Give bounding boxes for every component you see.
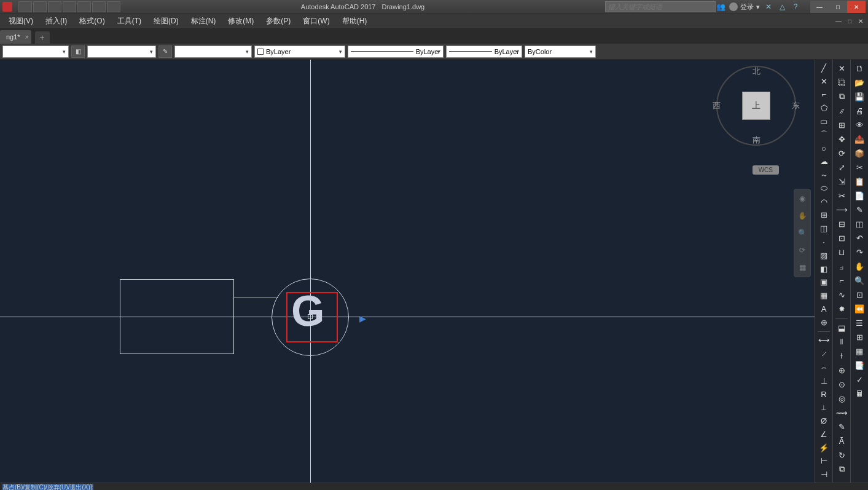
- tool-sheetset[interactable]: 📑: [853, 359, 866, 371]
- window-minimize-button[interactable]: —: [810, 1, 829, 13]
- tool-zoom-win[interactable]: ⊡: [853, 288, 866, 301]
- viewcube[interactable]: 上 北 南 东 西: [716, 66, 796, 146]
- tool-new[interactable]: 🗋: [853, 62, 866, 74]
- tool-copy[interactable]: ⿻: [835, 76, 848, 89]
- drawn-rectangle[interactable]: [120, 279, 234, 354]
- tool-rotate[interactable]: ⟳: [835, 147, 848, 159]
- tool-dim-jogged[interactable]: ⟂: [817, 401, 831, 413]
- mdi-minimize[interactable]: —: [834, 17, 843, 26]
- layer-state-combo[interactable]: [2, 45, 69, 58]
- search-input[interactable]: [605, 1, 716, 12]
- tool-cut[interactable]: ✂: [853, 161, 866, 173]
- tool-plot[interactable]: 🖨: [853, 105, 866, 117]
- tool-rectangle[interactable]: ▭: [817, 116, 831, 127]
- tool-undo[interactable]: ↶: [853, 232, 866, 244]
- viewcube-south[interactable]: 南: [753, 135, 760, 146]
- tool-tolerance[interactable]: ⊕: [835, 364, 848, 376]
- lineweight-combo[interactable]: ByLayer: [446, 45, 522, 58]
- tool-clipboard-copy[interactable]: 📋: [853, 175, 866, 188]
- tool-designcenter[interactable]: ⊞: [853, 331, 866, 343]
- tool-scale[interactable]: ⤢: [835, 161, 848, 173]
- tool-line[interactable]: ╱: [817, 62, 831, 74]
- tool-mtext[interactable]: A: [817, 303, 831, 315]
- tool-trim[interactable]: ✂: [835, 189, 848, 202]
- tool-dim-space[interactable]: ⫴: [835, 336, 848, 348]
- tool-insert[interactable]: ⊞: [817, 210, 831, 221]
- tool-preview[interactable]: 👁: [853, 119, 866, 131]
- tool-break[interactable]: ⊡: [835, 232, 848, 244]
- linetype-combo[interactable]: ByLayer: [348, 45, 444, 58]
- tool-blend[interactable]: ∿: [835, 288, 848, 301]
- tool-stretch[interactable]: ⇲: [835, 175, 848, 188]
- tool-array[interactable]: ⊞: [835, 119, 848, 131]
- tool-dim-tedit[interactable]: Ā: [835, 435, 848, 447]
- app-icon[interactable]: [2, 2, 12, 12]
- tool-dim-diameter[interactable]: Ø: [817, 415, 831, 427]
- tool-draworder[interactable]: ⬓: [835, 322, 848, 334]
- tool-dim-radius[interactable]: R: [817, 389, 831, 400]
- nav-orbit-button[interactable]: ⟳: [796, 243, 809, 257]
- tool-dim-edit[interactable]: ✎: [835, 421, 848, 433]
- object-color-combo[interactable]: [174, 45, 252, 58]
- menu-insert[interactable]: 插入(I): [39, 14, 73, 29]
- qat-plot[interactable]: [92, 1, 106, 12]
- menu-modify[interactable]: 修改(M): [222, 14, 260, 29]
- tool-properties[interactable]: ☰: [853, 317, 866, 329]
- qat-open[interactable]: [33, 1, 47, 12]
- tool-ellipsearc[interactable]: ◠: [817, 196, 831, 208]
- tool-dim-quick[interactable]: ⚡: [817, 442, 831, 454]
- tool-blockeditor[interactable]: ◫: [853, 218, 866, 230]
- tab-close-icon[interactable]: ×: [25, 34, 29, 41]
- doc-tab-active[interactable]: ng1* ×: [0, 30, 31, 44]
- viewcube-west[interactable]: 西: [713, 100, 721, 111]
- mdi-close[interactable]: ✕: [856, 17, 866, 26]
- tool-inspect[interactable]: ◎: [835, 392, 848, 405]
- tool-join[interactable]: ⊔: [835, 246, 848, 258]
- command-line[interactable]: 基点(B)/复制(C)/放弃(U)/退出(X)]:: [0, 483, 868, 490]
- menu-tools[interactable]: 工具(T): [111, 14, 147, 29]
- tool-revcloud[interactable]: ☁: [817, 156, 831, 167]
- window-maximize-button[interactable]: □: [829, 1, 847, 13]
- tool-dim-baseline[interactable]: ⊢: [817, 456, 831, 467]
- tool-3ddwf[interactable]: 📦: [853, 147, 866, 159]
- tool-dim-ordinate[interactable]: ⊥: [817, 375, 831, 387]
- window-close-button[interactable]: ✕: [847, 1, 866, 13]
- tool-polygon[interactable]: ⬠: [817, 102, 831, 114]
- signin-button[interactable]: 登录 ▾: [729, 2, 760, 12]
- nav-zoom-button[interactable]: 🔍: [796, 226, 809, 240]
- bylayer-color-combo[interactable]: ByLayer: [254, 45, 345, 58]
- tool-erase[interactable]: ✕: [835, 62, 848, 74]
- tool-chamfer[interactable]: ⟓: [835, 260, 848, 272]
- menu-format[interactable]: 格式(O): [73, 14, 111, 29]
- tool-point[interactable]: ·: [817, 236, 831, 248]
- tool-center-mark[interactable]: ⊙: [835, 378, 848, 390]
- tool-addselected[interactable]: ⊕: [817, 317, 831, 328]
- viewcube-north[interactable]: 北: [753, 66, 760, 77]
- tool-spline[interactable]: ～: [817, 169, 831, 181]
- drawing-canvas[interactable]: G ▶ 上 北 南 东 西 WCS ◉ ✋ 🔍 ⟳ ▦: [0, 60, 815, 483]
- tool-dim-update[interactable]: ↻: [835, 449, 848, 461]
- tool-polyline[interactable]: ⌐: [817, 89, 831, 101]
- layer-prev-button[interactable]: ◧: [71, 45, 85, 58]
- tool-explode[interactable]: ✸: [835, 302, 848, 315]
- menu-view[interactable]: 视图(V): [2, 14, 39, 29]
- tool-paste[interactable]: 📄: [853, 189, 866, 202]
- tool-region[interactable]: ▣: [817, 277, 831, 288]
- match-props-button[interactable]: ✎: [158, 45, 172, 58]
- tool-mirror[interactable]: ⧉: [835, 90, 848, 103]
- tool-table[interactable]: ▦: [817, 290, 831, 301]
- tool-arc[interactable]: ⌒: [817, 129, 831, 141]
- tool-save[interactable]: 💾: [853, 90, 866, 103]
- plotstyle-combo[interactable]: ByColor: [525, 45, 596, 58]
- qat-save[interactable]: [48, 1, 61, 12]
- tool-dim-break[interactable]: ⫲: [835, 350, 848, 362]
- tool-dim-arc[interactable]: ⌢: [817, 362, 831, 373]
- tool-gradient[interactable]: ◧: [817, 263, 831, 275]
- a360-icon[interactable]: △: [777, 2, 787, 12]
- tool-dim-aligned[interactable]: ⟋: [817, 348, 831, 360]
- qat-undo[interactable]: [63, 1, 76, 12]
- nav-showmotion-button[interactable]: ▦: [796, 261, 809, 274]
- new-tab-button[interactable]: +: [35, 31, 50, 44]
- menu-parametric[interactable]: 参数(P): [260, 14, 297, 29]
- menu-window[interactable]: 窗口(W): [297, 14, 335, 29]
